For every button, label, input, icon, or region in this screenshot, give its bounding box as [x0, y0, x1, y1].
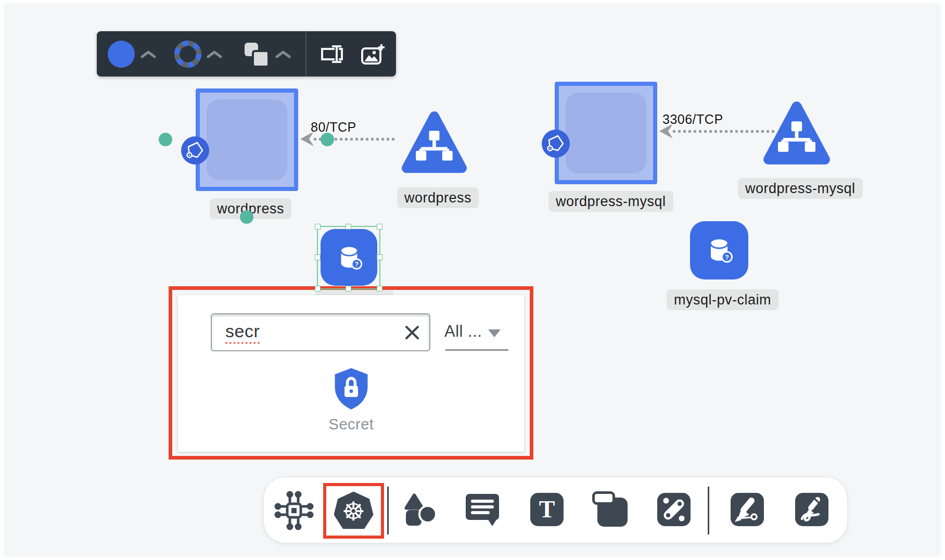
stroke-style-button[interactable] [173, 40, 202, 69]
pod-pentagon-icon [181, 136, 209, 164]
shapes-tool[interactable] [402, 491, 439, 529]
resource-search-popup: secr All ... Secret [178, 295, 524, 452]
kubernetes-wheel-icon: ☸ [342, 499, 365, 525]
chain-link-icon [657, 493, 691, 526]
question-badge: ? [725, 254, 729, 261]
toolbar-divider [708, 487, 709, 534]
rename-button[interactable] [319, 44, 344, 65]
volume-node-mysql-pv-claim[interactable]: ? [690, 221, 748, 279]
node-label-wordpress-mysql-pod[interactable]: wordpress-mysql [548, 191, 673, 212]
replace-image-button[interactable] [361, 43, 385, 66]
resize-handle-sw[interactable] [315, 286, 321, 291]
selection-bounding-box [317, 226, 380, 289]
copy-style-expand-chevron[interactable] [275, 50, 291, 58]
connector-pen-icon [731, 493, 764, 526]
connection-handle[interactable] [159, 133, 172, 146]
kubernetes-tool-highlight: ☸ [323, 483, 384, 539]
clear-search-icon[interactable] [404, 325, 420, 340]
resize-handle-ne[interactable] [377, 224, 382, 230]
frame-tool[interactable] [592, 491, 629, 528]
filter-underline [445, 349, 508, 351]
kubernetes-tool[interactable]: ☸ [334, 492, 374, 530]
dropdown-caret-icon[interactable] [488, 329, 501, 337]
resize-handle-w[interactable] [315, 254, 321, 260]
resize-handle-n[interactable] [346, 224, 351, 230]
comment-tool[interactable] [465, 493, 500, 526]
node-label-mysql-pv-claim[interactable]: mysql-pv-claim [667, 289, 778, 310]
category-filter-select[interactable]: All ... [444, 322, 482, 341]
edge-label-80-tcp[interactable]: 80/TCP [311, 120, 356, 135]
pod-pentagon-icon [542, 130, 570, 158]
diagram-network-tool[interactable] [274, 490, 314, 531]
secret-result-label[interactable]: Secret [309, 416, 393, 433]
edge-label-3306-tcp[interactable]: 3306/TCP [662, 112, 723, 127]
pod-icon[interactable] [181, 136, 209, 164]
annotation-popup-highlight: secr All ... Secret [169, 286, 533, 460]
pod-icon[interactable] [542, 130, 570, 158]
chain-link-tool[interactable] [657, 493, 691, 526]
style-toolbar [97, 31, 396, 77]
node-label-wordpress-service[interactable]: wordpress [397, 187, 479, 208]
text-tool[interactable]: T [530, 493, 564, 526]
resize-handle-nw[interactable] [315, 224, 321, 230]
copy-style-button[interactable] [245, 43, 267, 66]
node-label-wordpress-mysql-service[interactable]: wordpress-mysql [738, 178, 863, 199]
connection-handle[interactable] [240, 210, 253, 224]
search-input[interactable]: secr [211, 313, 430, 351]
freehand-draw-tool[interactable] [795, 493, 828, 526]
freehand-draw-icon [795, 493, 828, 526]
diagram-canvas[interactable]: wordpress 80/TCP wordpress [4, 3, 941, 557]
resize-handle-e[interactable] [377, 254, 382, 260]
bottom-toolbar: ☸ T [263, 477, 848, 543]
edge-wordpress-mysql[interactable] [673, 130, 776, 133]
toolbar-divider [387, 487, 389, 534]
service-node-wordpress-mysql[interactable] [761, 99, 832, 170]
fill-color-button[interactable] [108, 41, 135, 68]
stroke-style-expand-chevron[interactable] [207, 50, 222, 58]
text-tool-icon: T [539, 498, 555, 521]
resize-handle-se[interactable] [377, 286, 382, 291]
pod-node-wordpress[interactable] [196, 88, 298, 191]
pod-node-wordpress-mysql[interactable] [555, 82, 657, 184]
service-node-wordpress[interactable] [400, 109, 469, 179]
toolbar-divider [305, 31, 307, 77]
persistent-volume-icon: ? [703, 234, 736, 267]
resize-handle-s[interactable] [346, 286, 351, 291]
fill-color-expand-chevron[interactable] [141, 50, 156, 58]
search-query-text: secr [225, 321, 260, 344]
secret-result-icon[interactable] [332, 366, 371, 412]
app-window: wordpress 80/TCP wordpress [0, 0, 945, 560]
connector-pen-tool[interactable] [731, 493, 764, 526]
